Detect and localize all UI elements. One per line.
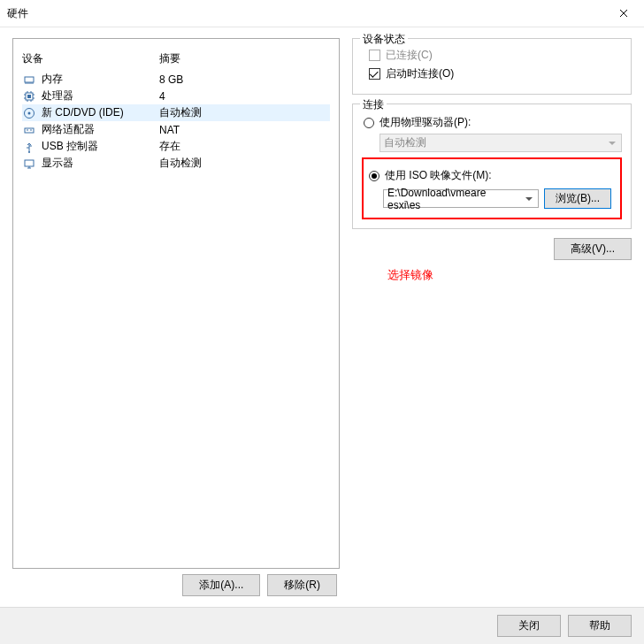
- device-name: 处理器: [42, 88, 159, 104]
- connect-at-poweron-row[interactable]: 启动时连接(O): [369, 66, 622, 81]
- annotation-text: 选择镜像: [387, 267, 632, 283]
- iso-path-dropdown[interactable]: E:\Download\vmeare esxi\es: [383, 189, 539, 208]
- advanced-button[interactable]: 高级(V)...: [554, 238, 632, 260]
- physical-drive-dropdown: 自动检测: [380, 134, 622, 152]
- close-icon: [619, 9, 628, 18]
- connection-title: 连接: [360, 97, 387, 112]
- svg-rect-7: [25, 160, 34, 166]
- cd-icon: [22, 106, 36, 120]
- network-icon: [22, 123, 36, 137]
- iso-label: 使用 ISO 映像文件(M):: [385, 168, 492, 183]
- svg-rect-0: [25, 77, 34, 82]
- connected-checkbox: [369, 50, 380, 61]
- device-name: 网络适配器: [42, 122, 159, 137]
- device-name: USB 控制器: [42, 139, 159, 154]
- close-button[interactable]: 关闭: [497, 615, 561, 637]
- physical-drive-label: 使用物理驱动器(P):: [380, 115, 471, 130]
- device-status-group: 设备状态 已连接(C) 启动时连接(O): [352, 38, 632, 95]
- header-summary: 摘要: [159, 51, 180, 66]
- iso-radio-row[interactable]: 使用 ISO 映像文件(M):: [369, 168, 611, 183]
- device-name: 新 CD/DVD (IDE): [42, 105, 159, 120]
- device-summary: 8 GB: [159, 73, 183, 86]
- physical-drive-radio[interactable]: [364, 118, 374, 128]
- device-row[interactable]: 内存8 GB: [22, 71, 330, 88]
- memory-icon: [22, 73, 36, 87]
- header-device: 设备: [22, 51, 159, 66]
- svg-point-4: [28, 111, 31, 114]
- advanced-row: 高级(V)...: [352, 238, 632, 260]
- dialog-footer: 关闭 帮助: [0, 607, 644, 644]
- iso-path-row: E:\Download\vmeare esxi\es 浏览(B)...: [383, 188, 611, 209]
- iso-radio[interactable]: [369, 171, 380, 181]
- content-area: 设备 摘要 内存8 GB处理器4新 CD/DVD (IDE)自动检测网络适配器N…: [0, 27, 644, 569]
- device-list: 内存8 GB处理器4新 CD/DVD (IDE)自动检测网络适配器NATUSB …: [22, 71, 330, 172]
- svg-point-6: [28, 151, 30, 153]
- connect-at-poweron-label: 启动时连接(O): [386, 66, 454, 81]
- remove-button[interactable]: 移除(R): [267, 574, 337, 596]
- device-name: 显示器: [42, 156, 159, 171]
- device-row[interactable]: 处理器4: [22, 88, 330, 104]
- svg-rect-5: [25, 128, 34, 133]
- titlebar: 硬件: [0, 0, 644, 27]
- usb-icon: [22, 140, 36, 154]
- cpu-icon: [22, 89, 36, 104]
- device-row[interactable]: 网络适配器NAT: [22, 121, 330, 138]
- window-title: 硬件: [7, 6, 28, 21]
- device-status-title: 设备状态: [360, 32, 408, 47]
- device-summary: NAT: [159, 124, 180, 136]
- device-summary: 自动检测: [159, 105, 202, 120]
- device-list-header: 设备 摘要: [22, 48, 330, 71]
- connect-at-poweron-checkbox[interactable]: [369, 68, 380, 80]
- settings-pane: 设备状态 已连接(C) 启动时连接(O) 连接 使用物理驱动器(P): 自动检测: [340, 38, 632, 569]
- svg-rect-2: [27, 95, 31, 98]
- device-row[interactable]: 新 CD/DVD (IDE)自动检测: [22, 104, 330, 121]
- connected-row[interactable]: 已连接(C): [369, 48, 622, 63]
- physical-drive-radio-row[interactable]: 使用物理驱动器(P):: [364, 115, 622, 130]
- add-button[interactable]: 添加(A)...: [182, 574, 260, 596]
- connected-label: 已连接(C): [386, 48, 433, 63]
- window-close-button[interactable]: [603, 0, 644, 27]
- device-row[interactable]: USB 控制器存在: [22, 138, 330, 155]
- iso-highlight-box: 使用 ISO 映像文件(M): E:\Download\vmeare esxi\…: [362, 157, 622, 219]
- hardware-list-pane: 设备 摘要 内存8 GB处理器4新 CD/DVD (IDE)自动检测网络适配器N…: [12, 38, 340, 569]
- device-summary: 自动检测: [159, 156, 202, 171]
- help-button[interactable]: 帮助: [568, 615, 632, 637]
- browse-button[interactable]: 浏览(B)...: [544, 188, 611, 209]
- display-icon: [22, 157, 36, 171]
- device-summary: 4: [159, 90, 165, 103]
- device-row[interactable]: 显示器自动检测: [22, 155, 330, 172]
- device-buttons: 添加(A)... 移除(R): [13, 574, 339, 596]
- device-name: 内存: [42, 72, 159, 87]
- connection-group: 连接 使用物理驱动器(P): 自动检测 使用 ISO 映像文件(M): E:\D…: [352, 104, 632, 229]
- device-summary: 存在: [159, 139, 180, 154]
